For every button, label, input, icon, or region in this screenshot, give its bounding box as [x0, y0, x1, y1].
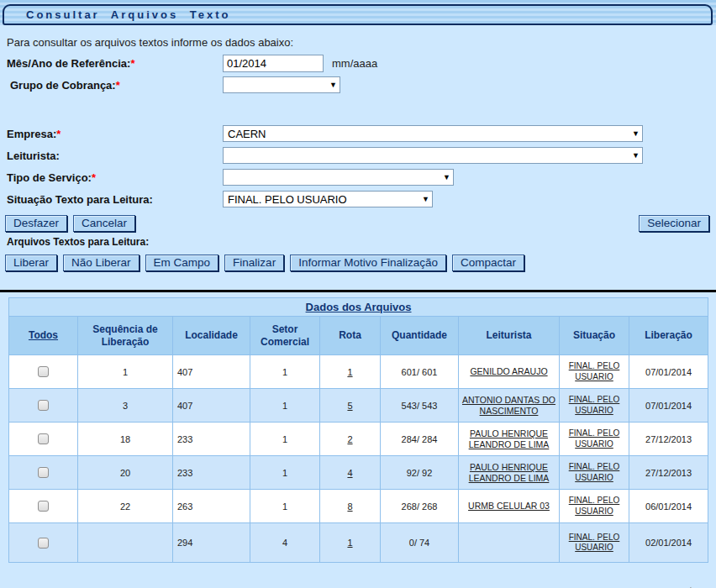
cell-quantidade: 268/ 268 [381, 490, 459, 523]
select-all-link[interactable]: Todos [29, 329, 58, 341]
row-select-checkbox[interactable] [38, 501, 49, 512]
situacao-link[interactable]: FINAL. PELO USUARIO [568, 395, 620, 416]
cell-rota: 1 [320, 355, 381, 389]
cell-localidade: 233 [173, 423, 250, 456]
table-row: 22 263 1 8 268/ 268 URMB CELULAR 03 FINA… [9, 490, 708, 523]
rota-link[interactable]: 1 [347, 538, 352, 548]
cell-situacao: FINAL. PELO USUARIO [560, 523, 629, 563]
intro-text: Para consultar os arquivos textos inform… [7, 36, 716, 49]
cell-setor: 1 [250, 423, 320, 456]
grupo-cobranca-select[interactable]: ▼ [223, 76, 340, 93]
title-band: Consultar Arquivos Texto [0, 0, 716, 25]
rota-link[interactable]: 5 [347, 401, 352, 411]
cell-setor: 1 [250, 490, 320, 523]
empresa-label: Empresa:* [7, 128, 223, 140]
rota-link[interactable]: 1 [347, 367, 352, 377]
cell-leiturista: ANTONIO DANTAS DO NASCIMENTO [459, 389, 560, 423]
cell-select [9, 523, 78, 563]
cell-quantidade: 543/ 543 [381, 389, 459, 423]
tipo-servico-label-text: Tipo de Serviço: [7, 171, 92, 184]
cell-quantidade: 284/ 284 [381, 423, 459, 456]
cell-liberacao: 07/01/2014 [629, 355, 708, 389]
empresa-select[interactable]: CAERN ▼ [223, 125, 643, 142]
grupo-cobranca-label-text: Grupo de Cobrança: [10, 79, 116, 92]
row-select-checkbox[interactable] [38, 538, 49, 549]
table-row: 294 4 1 0/ 74 FINAL. PELO USUARIO 02/01/… [9, 523, 708, 563]
leiturista-link[interactable]: GENILDO ARAUJO [470, 366, 547, 376]
tipo-servico-select[interactable]: ▼ [223, 169, 454, 186]
liberar-button[interactable]: Liberar [5, 255, 57, 271]
cell-quantidade: 0/ 74 [381, 523, 459, 563]
cell-setor: 1 [250, 389, 320, 423]
empresa-label-text: Empresa: [7, 128, 56, 140]
leiturista-select[interactable]: ▼ [223, 147, 643, 164]
nao-liberar-button[interactable]: Não Liberar [63, 255, 140, 271]
table-row: 1 407 1 1 601/ 601 GENILDO ARAUJO FINAL.… [9, 355, 708, 389]
leiturista-link[interactable]: PAULO HENRIQUE LEANDRO DE LIMA [469, 462, 550, 483]
selecionar-button[interactable]: Selecionar [639, 215, 709, 232]
situacao-link[interactable]: FINAL. PELO USUARIO [568, 462, 620, 483]
cancelar-button[interactable]: Cancelar [73, 215, 135, 232]
cell-select [9, 456, 78, 490]
cell-rota: 8 [320, 490, 381, 523]
cell-liberacao: 27/12/2013 [629, 423, 708, 456]
situacao-link[interactable]: FINAL. PELO USUARIO [568, 533, 620, 554]
situacao-texto-select[interactable]: FINAL. PELO USUARIO ▼ [223, 191, 433, 207]
dropdown-arrow-icon: ▼ [632, 129, 640, 138]
cell-liberacao: 07/01/2014 [629, 389, 708, 423]
cell-localidade: 233 [173, 456, 250, 490]
cell-quantidade: 92/ 92 [381, 456, 459, 490]
cell-sequencia: 22 [78, 490, 173, 523]
dropdown-arrow-icon: ▼ [329, 81, 337, 89]
page-title: Consultar Arquivos Texto [26, 8, 230, 21]
situacao-link[interactable]: FINAL. PELO USUARIO [568, 361, 620, 382]
cell-quantidade: 601/ 601 [381, 355, 459, 389]
header-todos: Todos [9, 317, 78, 355]
cell-select [9, 355, 78, 389]
leiturista-label: Leiturista: [7, 150, 223, 162]
cell-leiturista [459, 523, 560, 563]
leiturista-link[interactable]: URMB CELULAR 03 [468, 501, 550, 511]
mes-ano-format-hint: mm/aaaa [332, 57, 377, 70]
data-table-wrap: Dados dos Arquivos Todos Sequência de Li… [8, 297, 708, 563]
cell-liberacao: 27/12/2013 [629, 456, 708, 490]
leiturista-link[interactable]: ANTONIO DANTAS DO NASCIMENTO [462, 395, 555, 416]
situacao-link[interactable]: FINAL. PELO USUARIO [568, 496, 620, 517]
em-campo-button[interactable]: Em Campo [145, 255, 219, 271]
form-gap [0, 97, 716, 121]
dropdown-arrow-icon: ▼ [422, 195, 429, 203]
cell-localidade: 294 [173, 523, 250, 563]
form-row-grupo-cobranca: Grupo de Cobrança:* ▼ [10, 76, 716, 94]
informar-motivo-finalizacao-button[interactable]: Informar Motivo Finalização [290, 255, 446, 271]
situacao-link[interactable]: FINAL. PELO USUARIO [568, 428, 620, 449]
table-row: 3 407 1 5 543/ 543 ANTONIO DANTAS DO NAS… [9, 389, 708, 423]
finalizar-button[interactable]: Finalizar [224, 255, 284, 271]
cell-leiturista: PAULO HENRIQUE LEANDRO DE LIMA [459, 423, 560, 456]
desfazer-button[interactable]: Desfazer [5, 215, 67, 232]
rota-link[interactable]: 4 [347, 468, 352, 478]
mes-ano-input[interactable] [223, 55, 324, 72]
cell-leiturista: GENILDO ARAUJO [459, 355, 560, 389]
rota-link[interactable]: 8 [347, 501, 352, 512]
arquivos-section-label: Arquivos Textos para Leitura: [7, 236, 716, 248]
header-localidade: Localidade [173, 317, 250, 355]
required-asterisk: * [56, 128, 61, 140]
cell-liberacao: 06/01/2014 [629, 490, 708, 523]
row-select-checkbox[interactable] [38, 366, 49, 377]
compactar-button[interactable]: Compactar [452, 255, 524, 271]
header-rota: Rota [320, 317, 381, 355]
leiturista-link[interactable]: PAULO HENRIQUE LEANDRO DE LIMA [469, 428, 550, 449]
header-liberacao: Liberação [629, 317, 708, 355]
row-select-checkbox[interactable] [38, 467, 49, 478]
dropdown-arrow-icon: ▼ [443, 173, 450, 181]
form-row-empresa: Empresa:* CAERN ▼ [7, 124, 716, 143]
row-select-checkbox[interactable] [38, 433, 49, 444]
table-row: 18 233 1 2 284/ 284 PAULO HENRIQUE LEAND… [9, 423, 708, 456]
rota-link[interactable]: 2 [347, 434, 352, 444]
cell-rota: 1 [320, 523, 381, 563]
cell-localidade: 407 [173, 355, 250, 389]
leiturista-label-text: Leiturista: [7, 150, 60, 162]
grupo-cobranca-label: Grupo de Cobrança:* [10, 79, 223, 92]
row-select-checkbox[interactable] [38, 400, 49, 411]
arquivos-button-row: Liberar Não Liberar Em Campo Finalizar I… [5, 255, 709, 271]
